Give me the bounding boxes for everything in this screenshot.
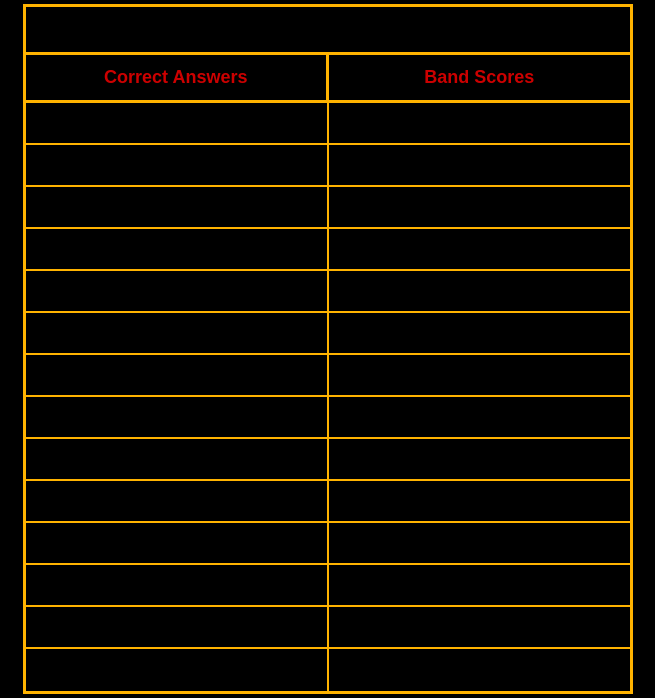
table-row [26, 229, 630, 271]
table-row [26, 649, 630, 691]
table-row [26, 271, 630, 313]
correct-answers-cell [26, 355, 329, 395]
band-scores-cell [329, 103, 630, 143]
table-row [26, 355, 630, 397]
table-row [26, 523, 630, 565]
correct-answers-cell [26, 187, 329, 227]
band-scores-cell [329, 313, 630, 353]
band-scores-cell [329, 271, 630, 311]
correct-answers-cell [26, 103, 329, 143]
band-scores-header: Band Scores [329, 55, 630, 100]
table-row [26, 439, 630, 481]
correct-answers-cell [26, 313, 329, 353]
correct-answers-cell [26, 439, 329, 479]
band-scores-cell [329, 565, 630, 605]
correct-answers-header: Correct Answers [26, 55, 330, 100]
correct-answers-cell [26, 481, 329, 521]
table-row [26, 607, 630, 649]
correct-answers-cell [26, 229, 329, 269]
table-header-row: Correct Answers Band Scores [26, 55, 630, 103]
table-title-row [26, 7, 630, 55]
correct-answers-cell [26, 523, 329, 563]
table-row [26, 103, 630, 145]
band-scores-cell [329, 649, 630, 691]
correct-answers-cell [26, 271, 329, 311]
band-scores-cell [329, 439, 630, 479]
band-scores-cell [329, 397, 630, 437]
table-row [26, 481, 630, 523]
correct-answers-cell [26, 145, 329, 185]
band-scores-cell [329, 229, 630, 269]
table-row [26, 313, 630, 355]
correct-answers-cell [26, 565, 329, 605]
band-scores-cell [329, 607, 630, 647]
table-row [26, 397, 630, 439]
band-scores-table: Correct Answers Band Scores [23, 4, 633, 694]
correct-answers-cell [26, 607, 329, 647]
band-scores-cell [329, 187, 630, 227]
band-scores-cell [329, 481, 630, 521]
band-scores-cell [329, 145, 630, 185]
table-row [26, 565, 630, 607]
band-scores-cell [329, 355, 630, 395]
table-row [26, 187, 630, 229]
correct-answers-cell [26, 397, 329, 437]
band-scores-cell [329, 523, 630, 563]
correct-answers-cell [26, 649, 329, 691]
table-row [26, 145, 630, 187]
